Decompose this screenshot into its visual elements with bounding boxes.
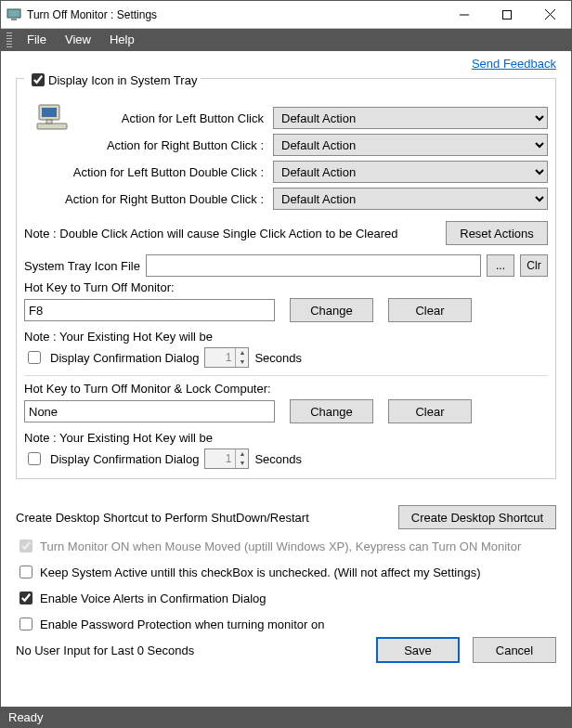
- status-text: Ready: [8, 710, 44, 724]
- close-button[interactable]: [528, 1, 571, 29]
- grip-icon: [6, 32, 12, 47]
- computer-icon: [35, 103, 69, 136]
- keep-active-checkbox[interactable]: [20, 566, 32, 578]
- right-dblclick-select[interactable]: Default Action: [273, 188, 548, 210]
- svg-rect-8: [37, 124, 67, 129]
- display-tray-icon-checkbox[interactable]: [32, 73, 45, 86]
- voice-alerts-checkbox[interactable]: [20, 592, 32, 604]
- hotkey-lock-confirm-label: Display Confirmation Dialog: [50, 452, 199, 466]
- window-title: Turn Off Monitor : Settings: [27, 8, 157, 21]
- password-protect-checkbox[interactable]: [20, 618, 32, 630]
- hotkey-off-title: Hot Key to Turn Off Monitor:: [24, 280, 548, 294]
- turn-on-mouse-checkbox: [20, 540, 32, 552]
- app-icon: [6, 7, 21, 22]
- spinner-up-icon[interactable]: ▲: [236, 348, 248, 358]
- password-protect-label: Enable Password Protection when turning …: [40, 618, 324, 631]
- hotkey-lock-input[interactable]: [24, 400, 275, 422]
- right-click-label: Action for Right Button Click :: [24, 138, 267, 152]
- menu-view[interactable]: View: [56, 29, 100, 51]
- send-feedback-link[interactable]: Send Feedback: [472, 57, 556, 71]
- spinner-down-icon[interactable]: ▼: [236, 358, 248, 367]
- hotkey-lock-seconds-label: Seconds: [254, 452, 302, 466]
- left-dblclick-select[interactable]: Default Action: [273, 161, 548, 183]
- display-tray-icon-label: Display Icon in System Tray: [48, 73, 197, 87]
- browse-icon-button[interactable]: ...: [487, 254, 514, 277]
- dblclick-note: Note : Double Click Action will cause Si…: [24, 227, 436, 240]
- hotkey-lock-seconds-spinner[interactable]: ▲▼: [204, 448, 249, 469]
- cancel-button[interactable]: Cancel: [473, 637, 556, 663]
- hotkey-off-confirm-label: Display Confirmation Dialog: [50, 351, 199, 365]
- hotkey-off-confirm-checkbox[interactable]: [28, 351, 41, 364]
- left-click-select[interactable]: Default Action: [273, 107, 548, 129]
- hotkey-off-change-button[interactable]: Change: [290, 298, 373, 322]
- spinner-down-icon[interactable]: ▼: [236, 459, 248, 468]
- svg-rect-9: [46, 120, 52, 124]
- tray-groupbox: Display Icon in System Tray Action for L…: [16, 78, 556, 479]
- svg-rect-7: [42, 108, 57, 117]
- hotkey-off-note: Note : Your Existing Hot Key will be: [24, 330, 548, 344]
- reset-actions-button[interactable]: Reset Actions: [446, 221, 548, 245]
- hotkey-off-seconds-spinner[interactable]: ▲▼: [204, 347, 249, 368]
- icon-file-input[interactable]: [146, 254, 481, 277]
- hotkey-off-seconds-label: Seconds: [254, 351, 302, 365]
- hotkey-off-seconds-input[interactable]: [205, 348, 235, 367]
- hotkey-lock-confirm-checkbox[interactable]: [28, 452, 41, 465]
- create-desktop-shortcut-button[interactable]: Create Desktop Shortcut: [398, 505, 556, 529]
- icon-file-label: System Tray Icon File: [24, 259, 140, 273]
- svg-rect-1: [11, 19, 17, 20]
- desktop-shortcut-label: Create Desktop Shortcut to Perform ShutD…: [16, 511, 389, 525]
- hotkey-lock-note: Note : Your Existing Hot Key will be: [24, 431, 548, 445]
- statusbar: Ready: [1, 707, 571, 727]
- voice-alerts-label: Enable Voice Alerts in Confirmation Dial…: [40, 592, 266, 605]
- keep-active-label: Keep System Active untill this checkBox …: [40, 566, 480, 579]
- menubar: File View Help: [1, 29, 571, 51]
- menu-help[interactable]: Help: [100, 29, 144, 51]
- right-click-select[interactable]: Default Action: [273, 134, 548, 156]
- hotkey-off-input[interactable]: [24, 299, 275, 321]
- svg-rect-0: [7, 9, 20, 18]
- save-button[interactable]: Save: [376, 637, 460, 663]
- hotkey-lock-change-button[interactable]: Change: [290, 399, 373, 423]
- right-dblclick-label: Action for Right Button Double Click :: [24, 192, 267, 206]
- idle-info: No User Input for Last 0 Seconds: [16, 644, 363, 657]
- menu-file[interactable]: File: [18, 29, 56, 51]
- svg-rect-3: [503, 10, 512, 19]
- maximize-button[interactable]: [486, 1, 528, 29]
- minimize-button[interactable]: [443, 1, 486, 29]
- hotkey-lock-clear-button[interactable]: Clear: [388, 399, 472, 423]
- titlebar: Turn Off Monitor : Settings: [1, 1, 571, 29]
- spinner-up-icon[interactable]: ▲: [236, 449, 248, 459]
- hotkey-lock-seconds-input[interactable]: [205, 449, 235, 468]
- turn-on-mouse-label: Turn Monitor ON when Mouse Moved (uptill…: [40, 540, 521, 553]
- hotkey-lock-title: Hot Key to Turn Off Monitor & Lock Compu…: [24, 382, 548, 396]
- hotkey-off-clear-button[interactable]: Clear: [388, 298, 472, 322]
- clear-icon-button[interactable]: Clr: [520, 254, 548, 277]
- left-dblclick-label: Action for Left Button Double Click :: [24, 165, 267, 179]
